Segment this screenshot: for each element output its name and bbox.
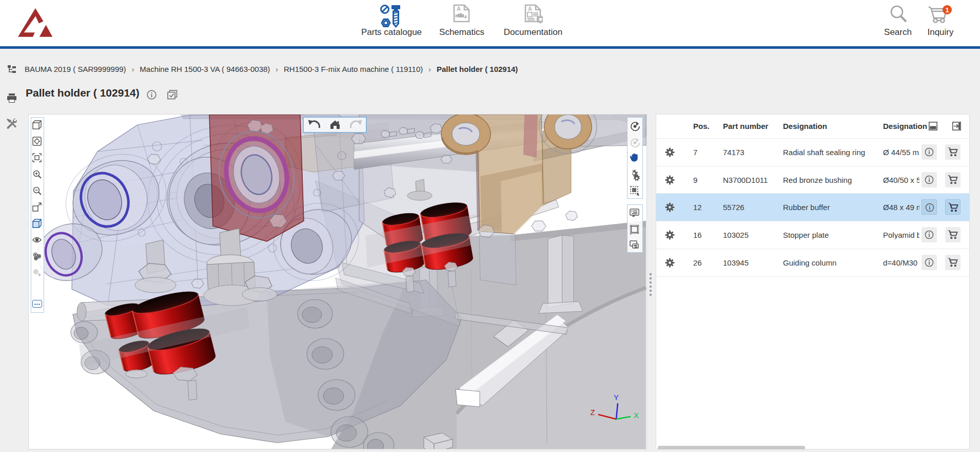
svg-text:X: X [634,411,639,420]
svg-text:A: A [528,6,532,12]
svg-text:Z: Z [590,408,595,417]
svg-text:A: A [457,6,461,12]
svg-text:Y: Y [614,393,619,402]
svg-text:1: 1 [945,6,949,14]
